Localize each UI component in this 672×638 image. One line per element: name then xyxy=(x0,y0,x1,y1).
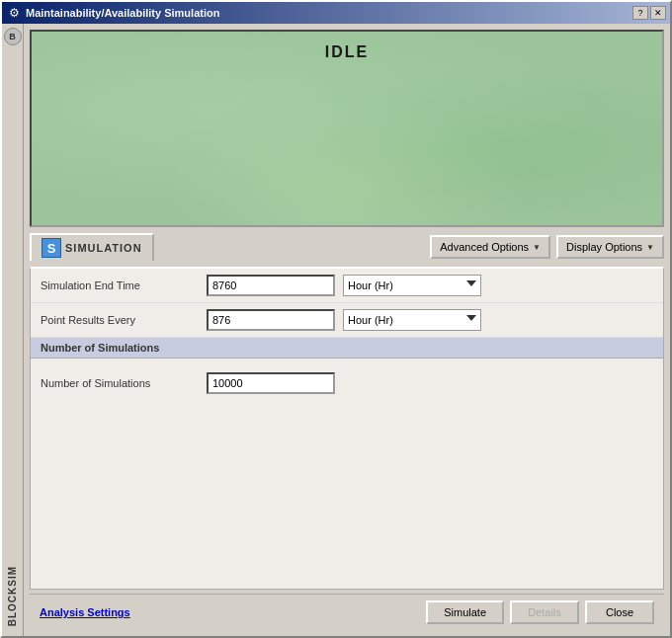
left-sidebar: B BLOCKSIM xyxy=(2,24,24,636)
number-of-simulations-label: Number of Simulations xyxy=(41,377,199,389)
point-results-row: Point Results Every Hour (Hr) Day (Day) … xyxy=(31,303,663,338)
help-button[interactable]: ? xyxy=(632,6,648,20)
details-button[interactable]: Details xyxy=(510,600,579,624)
display-options-button[interactable]: Display Options ▼ xyxy=(556,235,664,259)
simulation-end-time-label: Simulation End Time xyxy=(41,279,199,291)
blocksim-icon: B xyxy=(4,28,22,45)
sim-tab-label: SIMULATION xyxy=(65,242,142,254)
title-bar-buttons: ? ✕ xyxy=(632,6,666,20)
bottom-buttons: Simulate Details Close xyxy=(426,600,654,624)
analysis-settings-link[interactable]: Analysis Settings xyxy=(40,606,130,618)
toolbar-row: S SIMULATION Advanced Options ▼ Display … xyxy=(30,231,664,263)
display-options-label: Display Options xyxy=(566,241,642,253)
idle-status: IDLE xyxy=(325,43,369,61)
window-inner: B BLOCKSIM IDLE S SIMULATION Advanced Op… xyxy=(2,24,670,636)
title-bar: ⚙ Maintainability/Availability Simulatio… xyxy=(2,2,670,24)
point-results-label: Point Results Every xyxy=(41,314,199,326)
point-results-input[interactable] xyxy=(207,309,335,331)
number-of-simulations-content: Number of Simulations xyxy=(31,359,663,412)
display-options-arrow-icon: ▼ xyxy=(646,243,654,252)
blocksim-label: BLOCKSIM xyxy=(7,566,18,626)
advanced-options-label: Advanced Options xyxy=(440,241,529,253)
simulation-end-time-row: Simulation End Time Hour (Hr) Day (Day) … xyxy=(31,269,663,303)
simulation-end-time-input[interactable] xyxy=(207,275,335,296)
number-of-simulations-section-title: Number of Simulations xyxy=(41,342,159,354)
simulation-end-time-unit-select[interactable]: Hour (Hr) Day (Day) Week (Wk) Month (Mo)… xyxy=(343,275,481,296)
bottom-bar: Analysis Settings Simulate Details Close xyxy=(30,594,664,630)
number-of-simulations-input[interactable] xyxy=(207,372,335,394)
title-bar-text: Maintainability/Availability Simulation xyxy=(26,7,632,19)
advanced-options-arrow-icon: ▼ xyxy=(533,243,541,252)
close-button[interactable]: Close xyxy=(585,600,654,624)
number-of-simulations-section-header: Number of Simulations xyxy=(31,338,663,359)
close-window-button[interactable]: ✕ xyxy=(650,6,666,20)
number-of-simulations-row: Number of Simulations xyxy=(41,366,653,400)
main-content: IDLE S SIMULATION Advanced Options ▼ Dis… xyxy=(24,24,670,636)
main-window: ⚙ Maintainability/Availability Simulatio… xyxy=(0,0,672,638)
point-results-unit-select[interactable]: Hour (Hr) Day (Day) Week (Wk) Month (Mo)… xyxy=(343,309,481,331)
point-results-unit-wrapper: Hour (Hr) Day (Day) Week (Wk) Month (Mo)… xyxy=(343,309,481,331)
display-area: IDLE xyxy=(30,30,664,227)
simulation-tab[interactable]: S SIMULATION xyxy=(30,233,154,261)
simulate-button[interactable]: Simulate xyxy=(426,600,504,624)
sim-tab-s-icon: S xyxy=(42,238,61,258)
title-bar-icon: ⚙ xyxy=(6,5,22,21)
advanced-options-button[interactable]: Advanced Options ▼ xyxy=(430,235,550,259)
form-area: Simulation End Time Hour (Hr) Day (Day) … xyxy=(30,267,664,590)
simulation-end-time-unit-wrapper: Hour (Hr) Day (Day) Week (Wk) Month (Mo)… xyxy=(343,275,481,296)
